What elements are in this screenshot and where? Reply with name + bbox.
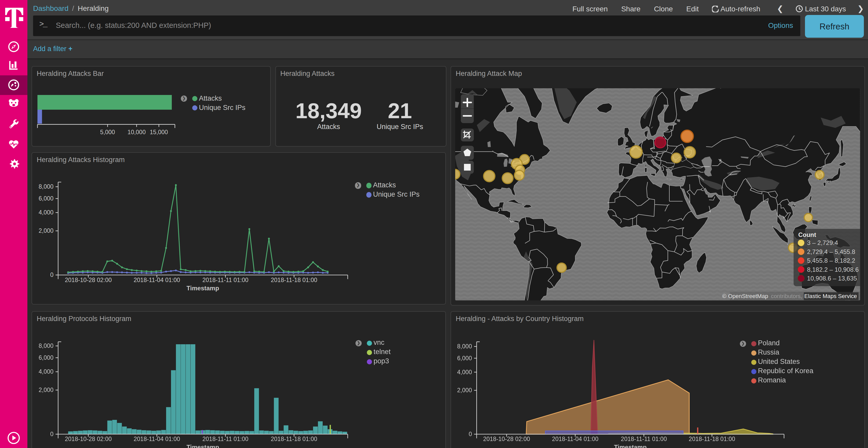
svg-text:15,000: 15,000	[150, 129, 168, 136]
svg-text:2018-10-28 02:00: 2018-10-28 02:00	[65, 277, 112, 283]
svg-text:Timestamp: Timestamp	[187, 285, 219, 291]
svg-text:4,000: 4,000	[38, 209, 54, 216]
svg-text:0: 0	[50, 431, 54, 438]
svg-text:2018-10-28 02:00: 2018-10-28 02:00	[65, 436, 112, 442]
svg-text:8,000: 8,000	[38, 342, 54, 349]
svg-text:8,000: 8,000	[457, 343, 472, 350]
svg-text:Count: Count	[799, 231, 816, 238]
svg-text:10,908.6 – 13,635: 10,908.6 – 13,635	[807, 275, 857, 281]
svg-text:2,000: 2,000	[457, 387, 472, 393]
svg-text:0: 0	[50, 272, 54, 278]
svg-text:Timestamp: Timestamp	[614, 444, 647, 448]
svg-text:contributors,: contributors,	[771, 292, 802, 299]
svg-text:0: 0	[469, 431, 472, 438]
svg-text:2018-11-04 01:00: 2018-11-04 01:00	[133, 277, 180, 283]
svg-text:2018-11-04 01:00: 2018-11-04 01:00	[133, 436, 180, 442]
svg-text:8,000: 8,000	[38, 183, 54, 190]
svg-text:2018-11-18 01:00: 2018-11-18 01:00	[271, 277, 317, 283]
svg-text:4,000: 4,000	[457, 369, 472, 375]
svg-text:2018-11-11 01:00: 2018-11-11 01:00	[621, 436, 667, 442]
svg-text:2,000: 2,000	[38, 387, 54, 393]
svg-text:10,000: 10,000	[128, 129, 146, 136]
svg-text:4,000: 4,000	[38, 368, 54, 375]
svg-text:2018-11-11 01:00: 2018-11-11 01:00	[203, 436, 249, 442]
svg-text:6,000: 6,000	[457, 354, 472, 361]
svg-text:5,455.8 – 8,182.2: 5,455.8 – 8,182.2	[807, 257, 856, 264]
svg-text:2018-11-18 01:00: 2018-11-18 01:00	[271, 436, 317, 442]
svg-text:© OpenStreetMap: © OpenStreetMap	[722, 292, 768, 299]
svg-text:2018-11-18 01:00: 2018-11-18 01:00	[689, 436, 735, 442]
svg-text:6,000: 6,000	[38, 195, 54, 202]
svg-text:2018-11-11 01:00: 2018-11-11 01:00	[203, 277, 249, 283]
svg-text:2,000: 2,000	[38, 228, 54, 234]
svg-text:3 – 2,729.4: 3 – 2,729.4	[807, 239, 838, 246]
svg-text:8,182.2 – 10,908.6: 8,182.2 – 10,908.6	[807, 266, 859, 273]
svg-text:6,000: 6,000	[38, 354, 54, 361]
svg-text:Elastic Maps Service: Elastic Maps Service	[804, 292, 857, 299]
svg-text:2018-10-28 02:00: 2018-10-28 02:00	[483, 436, 530, 442]
svg-text:2018-11-04 01:00: 2018-11-04 01:00	[552, 436, 598, 442]
svg-text:5,000: 5,000	[100, 129, 115, 136]
svg-text:2,729.4 – 5,455.8: 2,729.4 – 5,455.8	[807, 248, 856, 255]
svg-text:Timestamp: Timestamp	[187, 444, 219, 448]
